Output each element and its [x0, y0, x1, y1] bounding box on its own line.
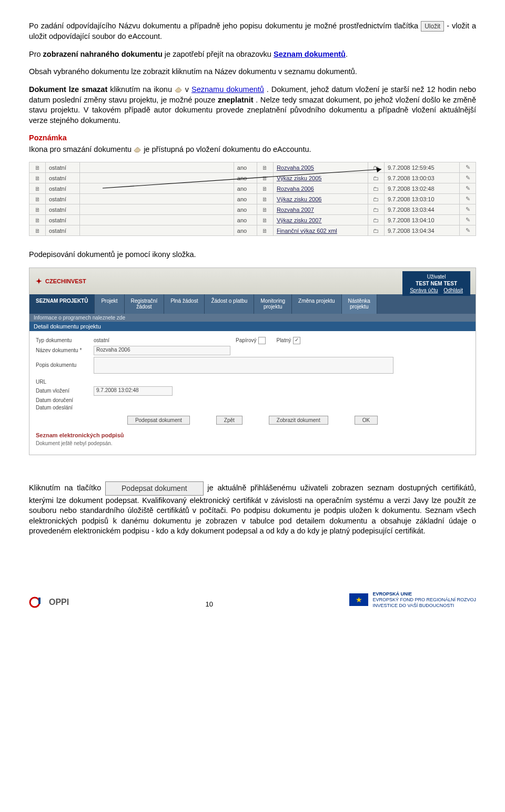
eraser-icon[interactable]: ✎: [460, 183, 476, 194]
table-row: 🗎ostatníano🗎Výkaz zisku 2005🗀9.7.2008 13…: [29, 173, 476, 183]
eraser-icon[interactable]: ✎: [460, 173, 476, 183]
cell-date: 9.7.2008 13:02:48: [384, 183, 459, 194]
paragraph-delete: Dokument lze smazat kliknutím na ikonu v…: [29, 85, 476, 126]
folder-icon[interactable]: 🗀: [368, 225, 384, 236]
file-icon: 🗎: [257, 215, 273, 225]
link-seznam-dokumentu[interactable]: Seznam dokumentů: [274, 50, 346, 58]
link-odhlasit[interactable]: Odhlásit: [443, 287, 463, 293]
cell-name[interactable]: Rozvaha 2007: [273, 204, 368, 215]
text: Pro: [29, 50, 43, 58]
table-row: 🗎ostatníano🗎Rozvaha 2005🗀9.7.2008 12:59:…: [29, 162, 476, 173]
table-row: 🗎ostatníano🗎Finanční výkaz 602 xml🗀9.7.2…: [29, 225, 476, 236]
file-icon: 🗎: [29, 204, 46, 215]
cell-name[interactable]: Rozvaha 2006: [273, 183, 368, 194]
textarea-popis[interactable]: [94, 357, 393, 374]
cell-ano: ano: [234, 215, 257, 225]
cell-type: ostatní: [46, 215, 80, 225]
text-bold: zneplatnit: [218, 96, 254, 104]
text: Po zadání odpovídajícího Názvu dokumentu…: [29, 22, 421, 30]
file-icon: 🗎: [29, 173, 46, 183]
input-dat-vlozeni[interactable]: 9.7.2008 13:02:48: [94, 386, 173, 396]
cell-ano: ano: [234, 162, 257, 173]
tab-6[interactable]: Změna projektu: [292, 294, 341, 314]
label-nazev: Název dokumentu *: [36, 347, 94, 353]
tab-4[interactable]: Žádost o platbu: [205, 294, 254, 314]
input-nazev[interactable]: Rozvaha 2006: [94, 346, 230, 355]
folder-icon[interactable]: 🗀: [368, 194, 384, 204]
note-title: Poznámka: [29, 133, 476, 143]
link-seznam-dokumentu-2[interactable]: Seznamu dokumentů: [191, 85, 264, 94]
signatures-note: Dokument ještě nebyl podepsán.: [36, 440, 469, 446]
cell-date: 9.7.2008 12:59:45: [384, 162, 459, 173]
paragraph-content: Obsah vybraného dokumentu lze zobrazit k…: [29, 67, 476, 77]
cell-type: ostatní: [46, 225, 80, 236]
tab-2[interactable]: Registračnížádost: [125, 294, 165, 314]
folder-icon[interactable]: 🗀: [368, 204, 384, 215]
file-icon: 🗎: [29, 162, 46, 173]
cell-name[interactable]: Výkaz zisku 2007: [273, 215, 368, 225]
eraser-icon[interactable]: ✎: [460, 225, 476, 236]
table-row: 🗎ostatníano🗎Rozvaha 2006🗀9.7.2008 13:02:…: [29, 183, 476, 194]
file-icon: 🗎: [257, 183, 273, 194]
label-typ: Typ dokumentu: [36, 337, 94, 343]
cell-date: 9.7.2008 13:04:34: [384, 225, 459, 236]
tab-5[interactable]: Monitoringprojektu: [254, 294, 292, 314]
cell-date: 9.7.2008 13:00:03: [384, 173, 459, 183]
tab-3[interactable]: Plná žádost: [164, 294, 205, 314]
cell-ano: ano: [234, 194, 257, 204]
paragraph-final: Kliknutím na tlačítko Podepsat dokument …: [29, 481, 476, 537]
signatures-title: Seznam elektronických podpisů: [36, 432, 469, 438]
info-bar[interactable]: Informace o programech naleznete zde: [29, 314, 476, 322]
eraser-icon[interactable]: ✎: [460, 215, 476, 225]
label-popis: Popis dokumentu: [36, 362, 94, 368]
cell-type: ostatní: [46, 173, 80, 183]
save-button[interactable]: Uložit: [421, 21, 444, 32]
tab-0[interactable]: SEZNAM PROJEKTŮ: [29, 294, 95, 314]
oppi-logo: OPPI: [29, 597, 69, 608]
cell-name[interactable]: Výkaz zisku 2005: [273, 173, 368, 183]
btn-zobrazit[interactable]: Zobrazit dokument: [269, 416, 328, 425]
eraser-icon[interactable]: ✎: [460, 162, 476, 173]
label-dat-doruc: Datum doručení: [36, 397, 94, 403]
tab-7[interactable]: Nástěnkaprojektu: [342, 294, 377, 314]
eraser-icon[interactable]: ✎: [460, 204, 476, 215]
svg-rect-5: [38, 598, 41, 604]
checkbox-papirovy[interactable]: [258, 337, 266, 344]
folder-icon[interactable]: 🗀: [368, 173, 384, 183]
cell-type: ostatní: [46, 162, 80, 173]
btn-ok[interactable]: OK: [355, 416, 378, 425]
text: .: [346, 50, 348, 58]
note-body: Ikona pro smazání dokumentu je přístupná…: [29, 145, 476, 155]
svg-marker-0: [175, 87, 181, 92]
panel-title: Detail dokumentu projektu: [29, 322, 476, 331]
user-box: Uživatel TEST NEM TEST Správa účtu Odhlá…: [402, 271, 470, 296]
podepsat-dokument-button[interactable]: Podepsat dokument: [105, 481, 204, 496]
label-papirovy: Papírový: [236, 337, 256, 343]
label-url: URL: [36, 379, 94, 385]
app-detail-screenshot: ✦ CZECHINVEST Uživatel TEST NEM TEST Spr…: [29, 268, 476, 455]
file-icon: 🗎: [257, 162, 273, 173]
cell-ano: ano: [234, 183, 257, 194]
table-row: 🗎ostatníano🗎Rozvaha 2007🗀9.7.2008 13:03:…: [29, 204, 476, 215]
file-icon: 🗎: [29, 225, 46, 236]
label-dat-odes: Datum odeslání: [36, 405, 94, 410]
text: je přístupná po vložení dokumentu do eAc…: [144, 145, 311, 153]
folder-icon[interactable]: 🗀: [368, 215, 384, 225]
cell-name[interactable]: Rozvaha 2005: [273, 162, 368, 173]
btn-zpet[interactable]: Zpět: [216, 416, 243, 425]
folder-icon[interactable]: 🗀: [368, 162, 384, 173]
checkbox-platny[interactable]: ✓: [293, 337, 300, 344]
file-icon: 🗎: [257, 225, 273, 236]
eu-logo: ★ EVROPSKÁ UNIE EVROPSKÝ FOND PRO REGION…: [349, 591, 476, 608]
folder-icon[interactable]: 🗀: [368, 183, 384, 194]
text: kliknutím na ikonu: [110, 85, 175, 94]
eraser-icon[interactable]: ✎: [460, 194, 476, 204]
eraser-icon: [175, 87, 183, 93]
tab-1[interactable]: Projekt: [95, 294, 124, 314]
btn-podepsat[interactable]: Podepsat dokument: [127, 416, 190, 425]
label-platny: Platný: [276, 337, 291, 343]
document-list-screenshot: 🗎ostatníano🗎Rozvaha 2005🗀9.7.2008 12:59:…: [29, 162, 476, 236]
cell-name[interactable]: Finanční výkaz 602 xml: [273, 225, 368, 236]
cell-name[interactable]: Výkaz zisku 2006: [273, 194, 368, 204]
link-sprava-uctu[interactable]: Správa účtu: [410, 287, 438, 293]
